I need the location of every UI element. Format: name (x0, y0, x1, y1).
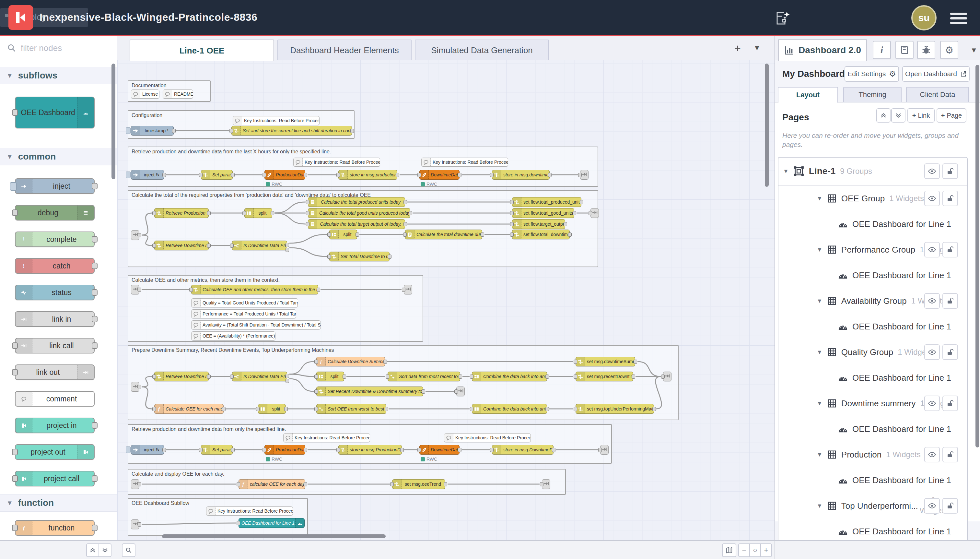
lock-toggle-button[interactable] (942, 447, 958, 462)
node-output-port[interactable] (284, 407, 288, 411)
flow-node-linkin[interactable] (131, 382, 139, 392)
node-output-port[interactable] (458, 448, 462, 452)
tree-row-group-Quality-Group[interactable]: ▼Quality Group1 Widgets (779, 339, 967, 365)
tree-row-widget-OEE-Dashboard-for-Line-1[interactable]: OEE Dashboard for Line 1 (779, 211, 967, 237)
visibility-toggle-button[interactable] (924, 447, 940, 462)
node-output-port[interactable] (632, 374, 635, 379)
tree-row-page-Line-1[interactable]: ▼Line-19 Groups (779, 157, 967, 185)
flow-node-template-Calculate-the-total-target-output-of-tod[interactable]: Calculate the total target output of tod… (308, 219, 405, 229)
flow-canvas[interactable]: DocumentationConfigurationRetrieve produ… (117, 60, 775, 540)
node-output-port[interactable] (317, 288, 320, 292)
flow-node-inject-timestamp-[interactable]: timestamp ¹ (131, 126, 174, 136)
flow-node-comment-Key-Instructions-Read-Before-Proceeding[interactable]: Key Instructions: Read Before Proceeding (444, 433, 531, 442)
flow-node-change-set-flow-target_output[interactable]: set flow.target_output (512, 219, 565, 229)
chevron-down-icon[interactable]: ▼ (817, 503, 823, 509)
chevron-down-icon[interactable]: ▼ (817, 349, 823, 356)
flow-node-switch-Is-Downtime-Data-Empty-[interactable]: Is Downtime Data Empty? (232, 372, 287, 381)
flow-node-subflow-OEE-Dashboard-for-Line-1[interactable]: OEE Dashboard for Line 1 (239, 518, 305, 528)
node-input-port[interactable] (152, 211, 156, 215)
node-input-port[interactable] (402, 288, 406, 292)
node-input-port[interactable] (589, 211, 592, 215)
node-output-port[interactable] (422, 389, 425, 394)
palette-node-debug[interactable]: debug (15, 205, 95, 220)
node-input-port[interactable] (12, 369, 18, 375)
flow-node-linkout[interactable] (600, 445, 609, 455)
node-input-port[interactable] (403, 233, 407, 237)
flow-node-linkout[interactable] (663, 372, 671, 381)
flow-node-sort-Sort-data-from-most-recent-to-oldest[interactable]: Sort data from most recent to oldest (388, 372, 460, 381)
palette-node-comment[interactable]: comment (15, 391, 95, 407)
chevron-down-icon[interactable]: ▼ (817, 400, 823, 407)
palette-node-OEE-Dashboard[interactable]: OEE Dashboard (15, 97, 95, 128)
node-output-port[interactable] (481, 233, 484, 237)
node-input-port[interactable] (574, 407, 577, 411)
node-input-port[interactable] (540, 482, 543, 486)
sidebar-scrollbar[interactable] (975, 65, 979, 447)
node-input-port[interactable] (314, 360, 318, 364)
node-output-port[interactable] (138, 288, 141, 292)
flow-node-change-Retrieve-Production-Data[interactable]: Retrieve Production Data (154, 208, 209, 218)
node-output-port[interactable] (403, 200, 407, 204)
node-output-port[interactable] (162, 173, 166, 177)
flow-node-comment-Quality-Total-Good-Units-Produced-Total-[interactable]: Quality = Total Good Units Produced / To… (191, 298, 298, 308)
node-output-port[interactable] (552, 448, 556, 452)
palette-search[interactable] (0, 36, 117, 60)
tree-row-widget-OEE-Dashboard-for-Line-1[interactable]: OEE Dashboard for Line 1 (779, 314, 967, 339)
node-input-port[interactable] (574, 360, 577, 364)
chevron-down-icon[interactable]: ▼ (817, 298, 823, 304)
node-input-port[interactable] (237, 521, 240, 525)
lock-toggle-button[interactable] (942, 293, 958, 309)
node-output-port[interactable] (92, 342, 97, 349)
flow-node-change-Set-params[interactable]: Set params (201, 170, 233, 180)
node-input-port[interactable] (243, 211, 246, 215)
node-output-port[interactable] (385, 407, 388, 411)
node-output-port[interactable] (162, 448, 166, 452)
node-input-port[interactable] (454, 389, 458, 394)
node-input-port[interactable] (152, 243, 156, 248)
node-input-port[interactable] (189, 288, 193, 292)
node-input-port[interactable] (314, 374, 318, 379)
node-output-port[interactable] (207, 211, 211, 215)
node-output-port[interactable] (343, 374, 346, 379)
flow-node-change-store-in-msg-production_data[interactable]: store in msg.production_data (338, 170, 397, 180)
tree-row-group-Availability-Group[interactable]: ▼Availability Group1 Widgets (779, 288, 967, 314)
node-output-port[interactable] (545, 374, 549, 379)
flow-node-comment-README[interactable]: README (163, 89, 193, 99)
flow-node-comment-Key-Instructions-Read-Before-Proceeding[interactable]: Key Instructions: Read Before Proceeding (206, 506, 293, 516)
node-input-port[interactable] (12, 475, 18, 482)
add-link-button[interactable]: +Link (907, 108, 935, 122)
node-output-port[interactable] (271, 211, 274, 215)
info-tab-button[interactable]: i (873, 41, 891, 59)
node-output-port[interactable] (138, 523, 141, 527)
node-output-port[interactable] (207, 243, 211, 248)
palette-node-project-call[interactable]: project call (15, 471, 95, 486)
node-output-port[interactable] (172, 129, 176, 133)
node-input-port[interactable] (230, 374, 234, 379)
flow-node-split-split[interactable]: split (258, 404, 286, 414)
node-output-port[interactable] (304, 173, 307, 177)
help-tab-button[interactable] (896, 41, 914, 59)
main-menu-button[interactable] (950, 10, 968, 26)
flow-node-comment-Key-Instructions-Read-Before-Proceeding[interactable]: Key Instructions: Read Before Proceeding (293, 157, 380, 167)
palette-node-project-in[interactable]: project in (15, 418, 95, 433)
palette-expand-all-button[interactable] (99, 543, 112, 557)
user-avatar[interactable]: su (911, 5, 937, 30)
lock-toggle-button[interactable] (942, 164, 958, 179)
node-output-port[interactable] (92, 183, 97, 189)
node-output-port[interactable] (396, 173, 399, 177)
node-output-port[interactable] (403, 222, 407, 226)
sidebar-subtab-Layout[interactable]: Layout (778, 87, 838, 103)
tree-row-group-OEE-Group[interactable]: ▼OEE Group1 Widgets (779, 185, 967, 212)
node-output-port[interactable] (580, 200, 583, 204)
flow-node-sqlite-DowntimeData[interactable]: DowntimeData (419, 445, 460, 455)
canvas-hscrollbar[interactable] (162, 534, 386, 538)
flow-node-split-split[interactable]: split (329, 230, 357, 239)
visibility-toggle-button[interactable] (924, 395, 940, 411)
tree-row-widget-OEE-Dashboard-for-Line-1[interactable]: OEE Dashboard for Line 1 (779, 416, 967, 442)
node-input-port[interactable] (390, 482, 394, 486)
chevron-down-icon[interactable]: ▼ (783, 168, 789, 175)
palette-collapse-all-button[interactable] (86, 543, 99, 557)
config-tab-button[interactable]: ⚙ (940, 41, 958, 59)
sidebar-subtab-Theming[interactable]: Theming (843, 87, 902, 103)
collapse-all-button[interactable] (876, 108, 891, 122)
